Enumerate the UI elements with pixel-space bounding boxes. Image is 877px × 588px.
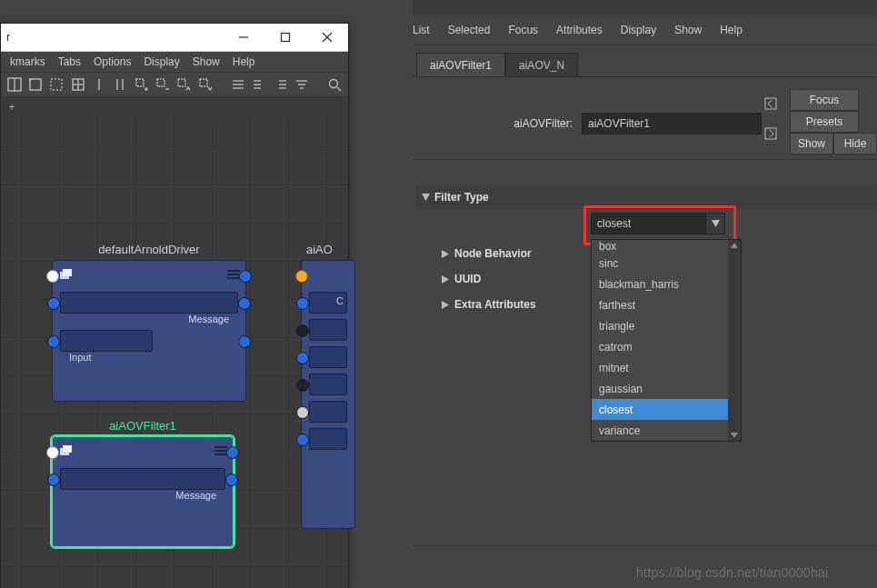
menu-bookmarks[interactable]: kmarks bbox=[10, 55, 45, 68]
tab-aiaov-n[interactable]: aiAOV_N bbox=[505, 53, 578, 77]
filter-type-options[interactable]: box sinc blackman_harris farthest triang… bbox=[591, 239, 742, 442]
node-name-input[interactable] bbox=[582, 113, 762, 135]
svg-marker-7 bbox=[731, 243, 738, 248]
port-out[interactable] bbox=[239, 270, 252, 283]
port-slot[interactable] bbox=[296, 324, 309, 337]
port-slot[interactable] bbox=[296, 434, 309, 446]
menu-list[interactable]: List bbox=[413, 24, 430, 36]
menu-help[interactable]: Help bbox=[233, 55, 255, 68]
node-defaultarnolddriver[interactable]: defaultArnoldDriver Message bbox=[52, 243, 246, 402]
stack-icon bbox=[58, 443, 75, 459]
svg-rect-31 bbox=[200, 79, 207, 86]
port-slot[interactable] bbox=[296, 379, 309, 392]
editor-toolbar bbox=[1, 72, 348, 97]
presets-button[interactable]: Presets bbox=[790, 111, 859, 133]
node-editor-window: r kmarks Tabs Options Display Show Help bbox=[0, 23, 349, 588]
option-farthest[interactable]: farthest bbox=[592, 294, 741, 315]
list-d-icon[interactable] bbox=[294, 75, 309, 94]
svg-rect-17 bbox=[30, 79, 41, 90]
sel-remove-icon[interactable] bbox=[154, 75, 170, 94]
minimize-icon[interactable] bbox=[223, 24, 264, 51]
sel-down-icon[interactable] bbox=[197, 75, 213, 94]
watermark: https://blog.csdn.net/tian0000hai bbox=[636, 565, 829, 580]
list-a-icon[interactable] bbox=[230, 75, 245, 94]
svg-rect-1 bbox=[765, 128, 776, 139]
window-titlebar[interactable]: r bbox=[1, 24, 348, 52]
search-icon[interactable] bbox=[327, 75, 343, 94]
menu-focus[interactable]: Focus bbox=[508, 24, 538, 36]
svg-line-45 bbox=[337, 87, 341, 91]
layout-icon[interactable] bbox=[6, 75, 22, 94]
sel-add-icon[interactable] bbox=[134, 75, 149, 94]
option-mitnet[interactable]: mitnet bbox=[592, 357, 741, 378]
menu-attributes[interactable]: Attributes bbox=[556, 24, 603, 36]
node-tabs: aiAOVFilter1 aiAOV_N bbox=[416, 53, 578, 76]
option-blackman-harris[interactable]: blackman_harris bbox=[592, 274, 741, 294]
option-sinc[interactable]: sinc bbox=[592, 253, 741, 274]
svg-marker-2 bbox=[422, 194, 430, 201]
port-in[interactable] bbox=[46, 270, 59, 283]
options-scrollbar[interactable] bbox=[728, 240, 741, 441]
menu-help[interactable]: Help bbox=[720, 24, 742, 36]
menu-display[interactable]: Display bbox=[144, 55, 179, 68]
menu-show[interactable]: Show bbox=[674, 24, 702, 36]
port-slot-in[interactable] bbox=[296, 297, 309, 310]
grid-icon[interactable] bbox=[70, 75, 85, 94]
port-input-in[interactable] bbox=[47, 335, 60, 348]
add-tab-icon[interactable]: + bbox=[1, 97, 23, 117]
svg-marker-6 bbox=[712, 220, 720, 227]
port-out[interactable] bbox=[226, 446, 239, 459]
toggle-a-icon[interactable] bbox=[91, 75, 106, 94]
option-triangle[interactable]: triangle bbox=[592, 315, 741, 336]
grip-icon bbox=[214, 444, 227, 457]
port-slot[interactable] bbox=[296, 352, 309, 364]
svg-rect-0 bbox=[765, 98, 776, 109]
port-in[interactable] bbox=[295, 270, 308, 283]
menu-tabs[interactable]: Tabs bbox=[58, 55, 81, 68]
section-filter-type[interactable]: Filter Type bbox=[416, 185, 877, 209]
toggle-b-icon[interactable] bbox=[113, 75, 128, 94]
option-box[interactable]: box bbox=[592, 240, 741, 253]
hide-button[interactable]: Hide bbox=[833, 133, 877, 154]
snap-icon[interactable] bbox=[49, 75, 65, 94]
maximize-icon[interactable] bbox=[264, 24, 306, 51]
option-catrom[interactable]: catrom bbox=[592, 336, 741, 357]
attribute-editor-menubar: List Selected Focus Attributes Display S… bbox=[413, 20, 742, 40]
port-in[interactable] bbox=[46, 446, 59, 459]
focus-button[interactable]: Focus bbox=[790, 89, 859, 111]
menu-display[interactable]: Display bbox=[621, 24, 656, 36]
node-aiaovfilter1[interactable]: aiAOVFilter1 Message bbox=[52, 419, 234, 547]
port-message-out[interactable] bbox=[238, 297, 251, 310]
editor-menubar: kmarks Tabs Options Display Show Help bbox=[1, 52, 348, 72]
port-slot[interactable] bbox=[296, 406, 309, 419]
node-type-label: aiAOVFilter: bbox=[482, 117, 573, 130]
port-input-out[interactable] bbox=[238, 335, 251, 348]
port-message-in[interactable] bbox=[47, 473, 60, 486]
sel-up-icon[interactable] bbox=[176, 75, 192, 94]
svg-marker-5 bbox=[442, 301, 449, 309]
option-gaussian[interactable]: gaussian bbox=[592, 378, 741, 399]
svg-rect-18 bbox=[51, 79, 62, 90]
close-icon[interactable] bbox=[306, 24, 348, 51]
svg-rect-30 bbox=[178, 79, 185, 86]
node-aiaov[interactable]: aiAO C bbox=[301, 243, 355, 529]
port-message-in[interactable] bbox=[47, 297, 60, 310]
list-b-icon[interactable] bbox=[252, 75, 267, 94]
filter-type-dropdown[interactable]: closest bbox=[591, 213, 725, 234]
fit-icon[interactable] bbox=[27, 75, 43, 94]
tab-aiaovfilter1[interactable]: aiAOVFilter1 bbox=[416, 53, 505, 77]
port-message-out[interactable] bbox=[225, 473, 238, 486]
menu-selected[interactable]: Selected bbox=[448, 24, 491, 36]
option-closest[interactable]: closest bbox=[592, 399, 741, 420]
node-graph[interactable]: defaultArnoldDriver Message bbox=[1, 117, 348, 588]
option-variance[interactable]: variance bbox=[592, 420, 741, 441]
menu-show[interactable]: Show bbox=[193, 55, 220, 68]
list-c-icon[interactable] bbox=[273, 75, 288, 94]
svg-rect-25 bbox=[136, 79, 144, 86]
grip-icon bbox=[227, 268, 240, 281]
svg-point-44 bbox=[330, 80, 338, 88]
svg-marker-8 bbox=[731, 433, 738, 438]
editor-tabstrip: + bbox=[1, 97, 348, 117]
show-button[interactable]: Show bbox=[790, 133, 833, 154]
menu-options[interactable]: Options bbox=[94, 55, 131, 68]
